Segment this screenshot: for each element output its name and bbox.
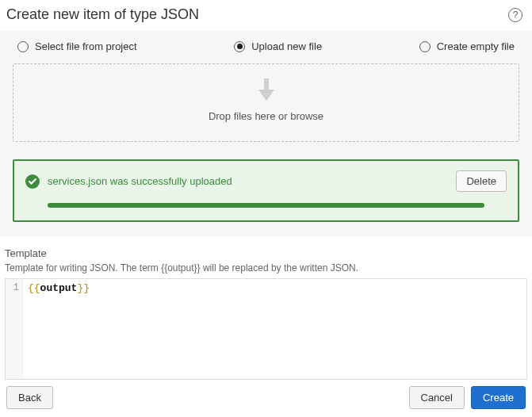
dropzone-text: Drop files here or browse [209,110,323,122]
back-button[interactable]: Back [6,386,53,409]
editor-gutter: 1 [6,279,23,379]
help-icon[interactable]: ? [508,8,522,22]
radio-create-empty-file[interactable]: Create empty file [419,40,515,52]
cancel-button[interactable]: Cancel [409,386,465,409]
delete-upload-button[interactable]: Delete [456,170,507,192]
dialog-title: Create new item of type JSON [6,6,199,23]
template-section: Template Template for writing JSON. The … [0,236,532,380]
template-description: Template for writing JSON. The term {{ou… [5,262,527,274]
template-editor[interactable]: 1 {{output}} [5,278,527,380]
upload-success-message: services.json was successfully uploaded [48,175,448,187]
success-check-icon [25,174,40,189]
radio-icon [17,41,29,52]
template-identifier: output [40,282,78,294]
dialog-footer: Back Cancel Create [0,380,532,417]
brace-open: {{ [28,282,40,294]
upload-success-banner: services.json was successfully uploaded … [13,159,519,222]
editor-code[interactable]: {{output}} [23,279,94,379]
radio-label: Upload new file [251,40,322,52]
radio-icon [234,41,245,52]
source-radio-group: Select file from project Upload new file… [13,40,519,63]
radio-label: Select file from project [35,40,137,52]
upload-progress-bar [48,203,484,208]
radio-select-from-project[interactable]: Select file from project [17,40,137,52]
download-arrow-icon [257,78,276,101]
radio-label: Create empty file [437,40,515,52]
radio-icon [419,41,431,52]
brace-close: }} [77,282,90,294]
create-button[interactable]: Create [471,386,526,409]
upload-panel: Select file from project Upload new file… [0,31,532,236]
line-number: 1 [6,282,19,293]
radio-upload-new-file[interactable]: Upload new file [234,40,322,52]
file-dropzone[interactable]: Drop files here or browse [13,63,519,142]
template-label: Template [5,247,527,259]
